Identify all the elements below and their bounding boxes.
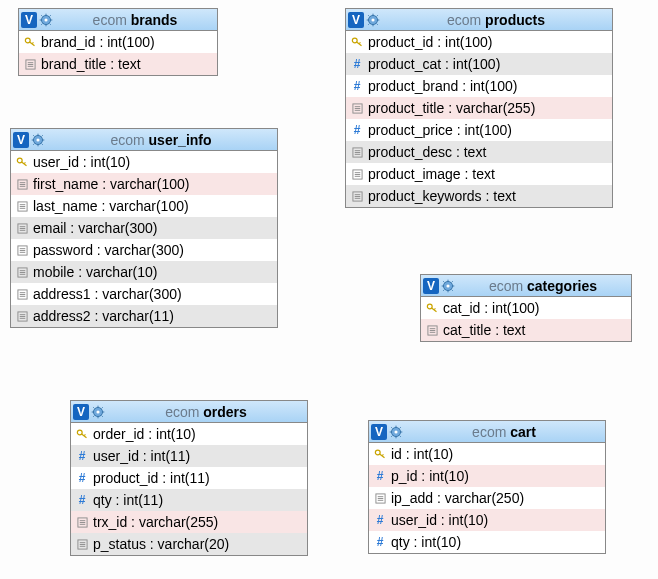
column-row[interactable]: #user_id : int(11) — [71, 445, 307, 467]
svg-line-116 — [84, 434, 85, 435]
text-column-icon — [350, 147, 364, 158]
svg-point-27 — [352, 38, 357, 43]
column-row[interactable]: email : varchar(300) — [11, 217, 277, 239]
column-definition: order_id : int(10) — [93, 426, 196, 442]
column-row[interactable]: #product_brand : int(100) — [346, 75, 612, 97]
column-row[interactable]: password : varchar(300) — [11, 239, 277, 261]
numeric-column-icon: # — [350, 79, 364, 93]
column-name: order_id — [93, 426, 144, 442]
column-row[interactable]: ip_add : varchar(250) — [369, 487, 605, 509]
column-row[interactable]: #product_id : int(11) — [71, 467, 307, 489]
table-name: brands — [131, 12, 178, 28]
column-type: varchar(20) — [158, 536, 230, 552]
gear-icon[interactable] — [389, 425, 403, 439]
svg-line-7 — [50, 23, 51, 24]
column-type: int(10) — [91, 154, 131, 170]
column-type: varchar(300) — [78, 220, 157, 236]
svg-line-53 — [42, 143, 43, 144]
column-definition: product_id : int(100) — [368, 34, 493, 50]
view-badge-icon[interactable]: V — [371, 424, 387, 440]
table-name: categories — [527, 278, 597, 294]
column-row[interactable]: product_image : text — [346, 163, 612, 185]
svg-line-6 — [41, 15, 42, 16]
svg-point-114 — [77, 430, 82, 435]
column-row[interactable]: address2 : varchar(11) — [11, 305, 277, 327]
table-brands[interactable]: Vecom brandsbrand_id : int(100)brand_tit… — [18, 8, 218, 76]
gear-icon[interactable] — [366, 13, 380, 27]
column-definition: product_id : int(11) — [93, 470, 210, 486]
column-row[interactable]: trx_id : varchar(255) — [71, 511, 307, 533]
column-row[interactable]: address1 : varchar(300) — [11, 283, 277, 305]
column-row[interactable]: cat_title : text — [421, 319, 631, 341]
table-header[interactable]: Vecom categories — [421, 275, 631, 297]
column-row[interactable]: product_id : int(100) — [346, 31, 612, 53]
column-row[interactable]: product_keywords : text — [346, 185, 612, 207]
table-header[interactable]: Vecom brands — [19, 9, 217, 31]
gear-icon[interactable] — [31, 133, 45, 147]
text-column-icon — [15, 267, 29, 278]
svg-point-88 — [446, 284, 449, 287]
text-column-icon — [15, 289, 29, 300]
column-name: mobile — [33, 264, 74, 280]
table-user_info[interactable]: Vecom user_infouser_id : int(10)first_na… — [10, 128, 278, 328]
table-title: ecom cart — [405, 424, 603, 440]
column-row[interactable]: #qty : int(11) — [71, 489, 307, 511]
table-header[interactable]: Vecom user_info — [11, 129, 277, 151]
svg-line-12 — [32, 42, 33, 43]
column-row[interactable]: user_id : int(10) — [11, 151, 277, 173]
column-definition: product_image : text — [368, 166, 495, 182]
column-type: text — [118, 56, 141, 72]
schema-name: ecom — [110, 132, 144, 148]
column-name: brand_id — [41, 34, 96, 50]
column-row[interactable]: id : int(10) — [369, 443, 605, 465]
column-row[interactable]: #p_id : int(10) — [369, 465, 605, 487]
gear-icon[interactable] — [39, 13, 53, 27]
column-row[interactable]: product_desc : text — [346, 141, 612, 163]
svg-line-113 — [93, 415, 94, 416]
column-row[interactable]: cat_id : int(100) — [421, 297, 631, 319]
view-badge-icon[interactable]: V — [21, 12, 37, 28]
column-row[interactable]: p_status : varchar(20) — [71, 533, 307, 555]
column-row[interactable]: #qty : int(10) — [369, 531, 605, 553]
table-orders[interactable]: Vecom ordersorder_id : int(10)#user_id :… — [70, 400, 308, 556]
view-badge-icon[interactable]: V — [73, 404, 89, 420]
text-column-icon — [15, 201, 29, 212]
table-categories[interactable]: Vecom categoriescat_id : int(100)cat_tit… — [420, 274, 632, 342]
view-badge-icon[interactable]: V — [423, 278, 439, 294]
view-badge-icon[interactable]: V — [13, 132, 29, 148]
column-type: varchar(255) — [139, 514, 218, 530]
column-row[interactable]: first_name : varchar(100) — [11, 173, 277, 195]
table-products[interactable]: Vecom productsproduct_id : int(100)#prod… — [345, 8, 613, 208]
column-row[interactable]: product_title : varchar(255) — [346, 97, 612, 119]
column-row[interactable]: last_name : varchar(100) — [11, 195, 277, 217]
table-header[interactable]: Vecom cart — [369, 421, 605, 443]
svg-line-28 — [357, 42, 362, 46]
table-header[interactable]: Vecom products — [346, 9, 612, 31]
column-row[interactable]: mobile : varchar(10) — [11, 261, 277, 283]
column-row[interactable]: brand_title : text — [19, 53, 217, 75]
column-name: address2 — [33, 308, 91, 324]
numeric-column-icon: # — [75, 449, 89, 463]
view-badge-icon[interactable]: V — [348, 12, 364, 28]
column-row[interactable]: #user_id : int(10) — [369, 509, 605, 531]
gear-icon[interactable] — [441, 279, 455, 293]
svg-line-112 — [102, 407, 103, 408]
column-definition: brand_id : int(100) — [41, 34, 155, 50]
column-type: int(11) — [123, 492, 163, 508]
column-name: product_id — [368, 34, 433, 50]
column-row[interactable]: brand_id : int(100) — [19, 31, 217, 53]
table-header[interactable]: Vecom orders — [71, 401, 307, 423]
column-row[interactable]: #product_cat : int(100) — [346, 53, 612, 75]
column-row[interactable]: #product_price : int(100) — [346, 119, 612, 141]
table-cart[interactable]: Vecom cartid : int(10)#p_id : int(10)ip_… — [368, 420, 606, 554]
column-definition: p_id : int(10) — [391, 468, 469, 484]
column-definition: address2 : varchar(11) — [33, 308, 174, 324]
column-name: product_keywords — [368, 188, 482, 204]
column-row[interactable]: order_id : int(10) — [71, 423, 307, 445]
svg-point-97 — [427, 304, 432, 309]
svg-line-133 — [400, 427, 401, 428]
column-definition: user_id : int(11) — [93, 448, 190, 464]
gear-icon[interactable] — [91, 405, 105, 419]
svg-point-135 — [375, 450, 380, 455]
column-name: user_id — [33, 154, 79, 170]
